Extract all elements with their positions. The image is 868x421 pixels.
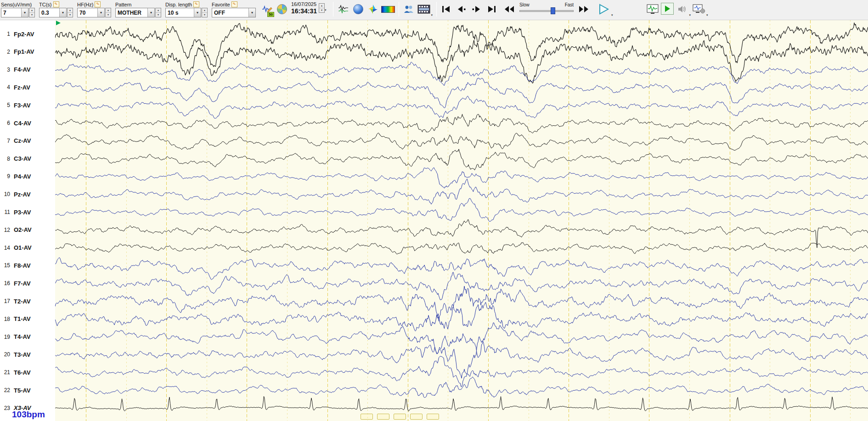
chevron-down-icon[interactable]: ▾ xyxy=(689,13,691,17)
channel-row[interactable]: 1Fp2-AV xyxy=(0,30,55,38)
fast-forward-button[interactable] xyxy=(577,1,590,17)
channel-row[interactable]: 12O2-AV xyxy=(0,226,55,234)
event-marker[interactable] xyxy=(377,414,389,420)
channel-row[interactable]: 9P4-AV xyxy=(0,172,55,180)
channel-label: Fz-AV xyxy=(14,84,30,91)
spinner-up-icon[interactable]: ▴ xyxy=(202,8,207,13)
spinner-down-icon[interactable]: ▾ xyxy=(319,8,324,12)
spectrum-analysis-button[interactable] xyxy=(366,1,379,17)
disp-length-combo[interactable]: 10 s▾ xyxy=(165,8,201,17)
channel-row[interactable]: 5F3-AV xyxy=(0,101,55,109)
channel-label: T5-AV xyxy=(14,387,31,394)
pattern-combo[interactable]: MOTHER▾ xyxy=(115,8,155,17)
disp-length-spinner[interactable]: ▴▾ xyxy=(202,8,208,17)
channel-row[interactable]: 10Pz-AV xyxy=(0,190,55,198)
brain-map-button[interactable] xyxy=(352,1,365,17)
spinner-down-icon[interactable]: ▾ xyxy=(106,13,111,17)
notch-50-badge: 50 xyxy=(267,12,274,17)
video-button[interactable] xyxy=(417,1,430,17)
waveform-view-button[interactable] xyxy=(337,1,350,17)
channel-row[interactable]: 19T4-AV xyxy=(0,333,55,341)
tc-s-combo[interactable]: 0.3▾ xyxy=(39,8,67,17)
tc-s-value: 0.3 xyxy=(39,10,49,16)
channel-row[interactable]: 18T1-AV xyxy=(0,315,55,323)
spinner-up-icon[interactable]: ▴ xyxy=(106,8,111,13)
datetime-control[interactable]: 16/07/2025 16:34:31 ▴ ▾ ▾ xyxy=(291,1,327,15)
edit-pencil-icon[interactable]: ✎ xyxy=(231,1,237,7)
sens-uv-mm-spinner[interactable]: ▴▾ xyxy=(29,8,35,17)
channel-row[interactable]: 3F4-AV xyxy=(0,66,55,74)
chevron-down-icon[interactable]: ▾ xyxy=(706,13,708,17)
video-icon xyxy=(417,5,430,14)
spinner-down-icon[interactable]: ▾ xyxy=(202,13,207,17)
spinner-down-icon[interactable]: ▾ xyxy=(29,13,34,17)
datetime-spinner[interactable]: ▴ ▾ xyxy=(319,3,325,13)
channel-row[interactable]: 11P3-AV xyxy=(0,208,55,216)
play-button[interactable] xyxy=(597,1,610,17)
speaker-icon xyxy=(677,5,687,13)
channel-number: 18 xyxy=(0,316,10,322)
chevron-down-icon[interactable]: ▾ xyxy=(431,13,433,17)
channel-row[interactable]: 4Fz-AV xyxy=(0,83,55,91)
channel-row[interactable]: 7Cz-AV xyxy=(0,137,55,145)
spinner-down-icon[interactable]: ▾ xyxy=(68,13,73,17)
hf-hz-combo[interactable]: 70▾ xyxy=(77,8,105,17)
spinner-down-icon[interactable]: ▾ xyxy=(156,13,161,17)
channel-row[interactable]: 15F8-AV xyxy=(0,261,55,269)
channel-number: 8 xyxy=(0,156,10,162)
hf-hz-spinner[interactable]: ▴▾ xyxy=(105,8,111,17)
datetime-texts: 16/07/2025 16:34:31 xyxy=(291,1,317,15)
channel-row[interactable]: 16F7-AV xyxy=(0,279,55,287)
patients-button[interactable] xyxy=(403,1,416,17)
edit-pencil-icon[interactable]: ✎ xyxy=(193,1,199,7)
slider-thumb[interactable] xyxy=(551,7,555,14)
channel-row[interactable]: 17T2-AV xyxy=(0,297,55,305)
display-settings-button[interactable] xyxy=(693,1,705,17)
chevron-down-icon[interactable]: ▾ xyxy=(611,13,613,17)
event-marker[interactable] xyxy=(361,414,373,420)
channel-row[interactable]: 6C4-AV xyxy=(0,119,55,127)
channel-row[interactable]: 22T5-AV xyxy=(0,386,55,394)
trend-monitor-button[interactable] xyxy=(646,1,659,17)
event-marker[interactable] xyxy=(410,414,423,420)
spinner-up-icon[interactable]: ▴ xyxy=(68,8,73,13)
notch-filter-button[interactable]: 50 xyxy=(261,1,274,17)
channel-number: 21 xyxy=(0,369,10,376)
channel-row[interactable]: 8C3-AV xyxy=(0,155,55,163)
toolbar-group-hf-hz: HF(Hz)✎70▾▴▾ xyxy=(77,1,111,17)
colormap-button[interactable] xyxy=(381,1,395,17)
skip-to-end-button[interactable] xyxy=(485,1,497,17)
event-marker[interactable] xyxy=(427,414,439,420)
slider-track[interactable] xyxy=(519,10,574,12)
edit-pencil-icon[interactable]: ✎ xyxy=(95,1,101,7)
montage-map-button[interactable] xyxy=(276,1,288,17)
spinner-up-icon[interactable]: ▴ xyxy=(29,8,34,13)
step-back-button[interactable] xyxy=(455,1,468,17)
spinner-up-icon[interactable]: ▴ xyxy=(319,4,324,8)
edit-pencil-icon[interactable]: ✎ xyxy=(53,1,59,7)
channel-row[interactable]: 20T3-AV xyxy=(0,350,55,359)
eeg-trace-area xyxy=(55,20,868,421)
channel-row[interactable]: 21T6-AV xyxy=(0,368,55,376)
skip-to-start-button[interactable] xyxy=(440,1,453,17)
sens-uv-mm-combo[interactable]: 7▾ xyxy=(1,8,28,17)
audio-button[interactable] xyxy=(676,1,688,17)
channel-label: Cz-AV xyxy=(14,137,31,144)
event-marker[interactable] xyxy=(394,414,406,420)
step-forward-icon xyxy=(471,6,481,13)
chevron-down-icon[interactable]: ▾ xyxy=(325,8,327,12)
channel-row[interactable]: 14O1-AV xyxy=(0,244,55,252)
speed-slider[interactable]: Slow Fast xyxy=(519,2,574,12)
favorite-combo[interactable]: OFF▾ xyxy=(212,8,256,17)
channel-row[interactable]: 2Fp1-AV xyxy=(0,48,55,56)
eeg-canvas[interactable] xyxy=(55,20,868,421)
hf-hz-value: 70 xyxy=(78,10,85,16)
spinner-up-icon[interactable]: ▴ xyxy=(156,8,161,13)
toolbar-group-disp-length: Disp. length✎10 s▾▴▾ xyxy=(165,1,208,17)
step-forward-button[interactable] xyxy=(470,1,483,17)
rewind-button[interactable] xyxy=(503,1,516,17)
tc-s-spinner[interactable]: ▴▾ xyxy=(67,8,73,17)
review-play-button[interactable] xyxy=(661,3,674,15)
pattern-spinner[interactable]: ▴▾ xyxy=(155,8,161,17)
channel-number: 12 xyxy=(0,227,10,233)
